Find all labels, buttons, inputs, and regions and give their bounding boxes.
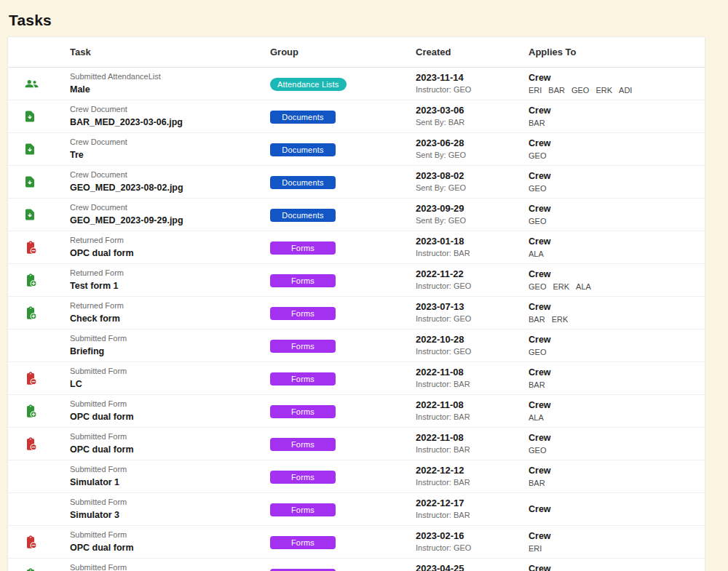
applies-to-label: Crew [529, 333, 705, 346]
task-name: OPC dual form [70, 247, 270, 260]
applies-code: ADI [619, 86, 632, 95]
applies-code: GEO [571, 86, 589, 95]
row-icon-cell [8, 371, 70, 386]
applies-code: GEO [529, 348, 546, 356]
applies-to-cell: Crew BAR [529, 464, 705, 490]
applies-code: ERK [553, 282, 569, 291]
row-icon-cell [8, 436, 70, 452]
task-type-label: Crew Document [70, 104, 270, 116]
header-created: Created [416, 47, 529, 57]
created-cell: 2023-03-06 Sent By: BAR [416, 104, 529, 129]
table-row[interactable]: Submitted AttendanceList Male Attendance… [8, 68, 705, 100]
applies-code: BAR [529, 479, 545, 487]
table-row[interactable]: Submitted Form Simulator 1 Forms 2022-12… [8, 460, 705, 493]
table-row[interactable]: Submitted Form Simulator 3 Forms 2022-12… [8, 493, 705, 526]
group-cell: Forms [270, 503, 416, 516]
created-sub: Instructor: GEO [416, 543, 529, 554]
table-row[interactable]: Crew Document GEO_MED_2023-08-02.jpg Doc… [8, 166, 705, 199]
tasks-table: Task Group Created Applies To Submitted … [7, 36, 705, 571]
created-sub: Sent By: BAR [416, 117, 529, 129]
task-cell: Submitted Form OPC dual form [70, 399, 270, 423]
applies-to-codes: BAR [529, 477, 705, 490]
group-badge: Forms [270, 307, 336, 320]
group-cell: Attendance Lists [270, 77, 416, 91]
task-cell: Crew Document Tre [70, 137, 270, 161]
created-date: 2023-03-06 [416, 104, 529, 118]
applies-to-codes: GEO [529, 346, 705, 359]
task-cell: Returned Form Test form 1 [70, 268, 270, 292]
applies-to-cell: Crew GEO [529, 431, 705, 457]
created-cell: 2023-06-28 Sent By: GEO [416, 137, 529, 162]
row-icon-cell [8, 567, 70, 571]
applies-to-label: Crew [529, 464, 705, 477]
applies-to-cell: Crew [529, 503, 705, 516]
task-type-label: Submitted Form [70, 399, 270, 410]
row-icon-cell [8, 273, 70, 288]
group-badge: Forms [270, 569, 336, 571]
users-icon [23, 76, 40, 92]
row-icon-cell [8, 207, 70, 222]
clipboard-add-icon [23, 567, 38, 571]
created-date: 2023-11-14 [416, 71, 529, 85]
task-cell: Submitted AttendanceList Male [70, 71, 270, 96]
task-type-label: Submitted Form [70, 366, 270, 378]
group-badge: Forms [270, 471, 336, 484]
clipboard-remove-icon [23, 240, 38, 255]
group-badge: Forms [270, 372, 336, 386]
applies-code: ERI [529, 544, 542, 553]
applies-to-cell: Crew GEO [529, 169, 705, 195]
created-cell: 2023-01-18 Instructor: BAR [416, 235, 529, 260]
table-row[interactable]: Returned Form OPC dual form Forms 2023-0… [8, 231, 705, 264]
group-cell: Forms [270, 273, 416, 287]
applies-code: GEO [529, 217, 546, 225]
table-row[interactable]: Submitted Form OPC dual form Forms 2023-… [8, 559, 705, 571]
applies-to-cell: Crew GEO [529, 137, 705, 162]
created-sub: Instructor: BAR [416, 412, 529, 423]
table-header-row: Task Group Created Applies To [8, 37, 705, 68]
applies-code: GEO [529, 151, 546, 160]
table-row[interactable]: Submitted Form OPC dual form Forms 2022-… [8, 395, 705, 428]
group-cell: Forms [270, 306, 416, 320]
table-row[interactable]: Crew Document BAR_MED_2023-03-06.jpg Doc… [8, 100, 705, 133]
applies-to-cell: Crew BAR [529, 366, 705, 391]
task-name: GEO_MED_2023-09-29.jpg [70, 214, 270, 227]
created-date: 2022-12-12 [416, 464, 529, 478]
task-type-label: Crew Document [70, 169, 270, 181]
table-row[interactable]: Crew Document GEO_MED_2023-09-29.jpg Doc… [8, 199, 705, 231]
table-row[interactable]: Submitted Form OPC dual form Forms 2022-… [8, 428, 705, 460]
table-row[interactable]: Returned Form Check form Forms 2023-07-1… [8, 297, 705, 330]
group-badge: Forms [270, 340, 336, 353]
task-cell: Submitted Form Simulator 1 [70, 464, 270, 489]
task-name: BAR_MED_2023-03-06.jpg [70, 116, 270, 129]
applies-to-label: Crew [529, 104, 705, 117]
group-badge: Forms [270, 405, 336, 418]
task-name: Male [70, 83, 270, 96]
created-date: 2022-11-08 [416, 366, 529, 380]
group-cell: Forms [270, 339, 416, 353]
applies-to-label: Crew [529, 71, 705, 84]
applies-code: BAR [529, 380, 545, 389]
group-cell: Documents [270, 110, 416, 124]
applies-to-label: Crew [529, 503, 705, 516]
applies-to-codes: GEO [529, 183, 705, 195]
applies-code: ALA [576, 282, 591, 291]
created-cell: 2022-11-08 Instructor: BAR [416, 399, 529, 424]
task-name: OPC dual form [70, 410, 270, 423]
applies-to-cell: Crew BARERK [529, 300, 705, 326]
applies-to-label: Crew [529, 530, 705, 543]
applies-to-cell: Crew ERI [529, 530, 705, 555]
table-row[interactable]: Returned Form Test form 1 Forms 2022-11-… [8, 264, 705, 297]
created-sub: Sent By: GEO [416, 150, 529, 161]
table-row[interactable]: Submitted Form OPC dual form Forms 2023-… [8, 526, 705, 559]
applies-code: BAR [529, 119, 545, 127]
created-date: 2023-08-02 [416, 169, 529, 183]
created-sub: Sent By: GEO [416, 183, 529, 194]
task-name: LC [70, 378, 270, 391]
applies-to-cell: Crew GEO [529, 333, 705, 359]
table-row[interactable]: Submitted Form LC Forms 2022-11-08 Instr… [8, 362, 705, 395]
table-row[interactable]: Crew Document Tre Documents 2023-06-28 S… [8, 133, 705, 166]
table-row[interactable]: Submitted Form Briefing Forms 2022-10-28… [8, 330, 705, 362]
applies-to-label: Crew [529, 137, 705, 150]
created-sub: Instructor: GEO [416, 346, 529, 358]
applies-code: GEO [529, 446, 546, 455]
